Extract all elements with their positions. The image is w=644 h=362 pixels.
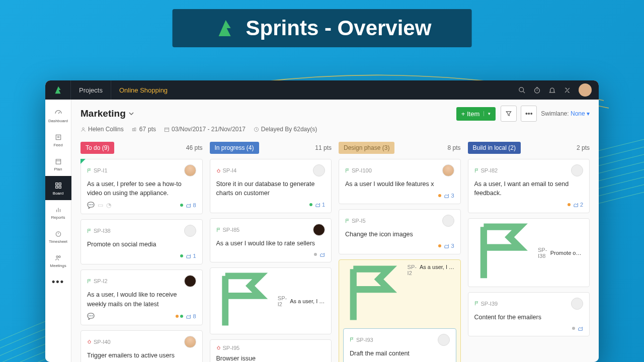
assignee-avatar[interactable]: [442, 164, 454, 176]
column-points: 46 pts: [186, 144, 203, 151]
svg-rect-9: [56, 159, 60, 163]
nav-meetings[interactable]: Meetings: [45, 248, 71, 273]
points-icon: [132, 127, 137, 132]
svg-point-20: [56, 255, 58, 257]
svg-point-0: [519, 87, 523, 92]
page-banner: Sprints - Overview: [173, 9, 472, 47]
svg-point-28: [88, 341, 91, 343]
board-icon: [54, 181, 63, 190]
nav-feed[interactable]: Feed: [45, 128, 71, 152]
add-item-button[interactable]: + Item▾: [456, 107, 496, 121]
kanban-card[interactable]: SP-I4 Store it in our database to genera…: [210, 159, 332, 213]
column-header[interactable]: In progress (4): [210, 142, 259, 154]
add-item-dropdown[interactable]: ▾: [484, 111, 491, 116]
search-icon[interactable]: [514, 82, 529, 98]
sprint-selector[interactable]: Marketing: [80, 108, 134, 119]
card-id: SP-I39: [474, 301, 498, 307]
reports-icon: [54, 205, 63, 214]
svg-rect-13: [55, 186, 57, 188]
card-title: Promote on social media: [87, 240, 196, 249]
assignee-avatar[interactable]: [571, 164, 583, 176]
card-points: 2: [574, 202, 583, 208]
card-points: 1: [186, 253, 196, 259]
kanban-card[interactable]: SP-I95 Browser issue5: [210, 339, 332, 362]
assignee-avatar[interactable]: [184, 275, 196, 287]
kanban-card[interactable]: SP-I40 Trigger emailers to active users: [80, 330, 203, 362]
svg-point-32: [217, 169, 219, 172]
assignee-avatar[interactable]: [184, 164, 196, 176]
feed-icon: [54, 133, 63, 142]
kanban-card[interactable]: SP-I82 As a user, I want an email to sen…: [468, 159, 590, 213]
kanban-card[interactable]: SP-I39 Content for the emailers: [468, 292, 590, 336]
assignee-avatar[interactable]: [313, 164, 325, 176]
task-icon: ▭: [98, 202, 103, 209]
app-logo-icon: [52, 84, 63, 96]
column-header[interactable]: Design phase (3): [339, 142, 394, 154]
assignee-avatar[interactable]: [438, 334, 450, 346]
kanban-card[interactable]: SP-I100 As a user I would like features …: [339, 159, 461, 204]
card-id: SP-I93: [350, 337, 373, 343]
nav-reports[interactable]: Reports: [45, 200, 71, 224]
breadcrumb-project[interactable]: Online Shopping: [111, 80, 176, 100]
user-icon: [80, 127, 86, 132]
clock-icon: [254, 127, 259, 132]
more-options-button[interactable]: •••: [521, 106, 537, 122]
card-title: As a user, I prefer to see a how-to vide…: [87, 179, 196, 198]
assignee-avatar[interactable]: [442, 215, 454, 227]
svg-rect-12: [59, 183, 61, 185]
assignee-avatar[interactable]: [184, 225, 196, 237]
card-id: SP-I100: [345, 167, 372, 173]
card-title: Content for the emailers: [474, 313, 584, 322]
nav-board[interactable]: Board: [45, 176, 71, 200]
card-title: Change the icon images: [345, 230, 454, 239]
card-id: SP-I85: [216, 227, 240, 233]
timer-icon[interactable]: [529, 82, 544, 98]
time-icon: ◔: [106, 202, 111, 209]
card-id: SP-I82: [474, 167, 498, 173]
story-group[interactable]: SP-I2As a user, I would like to r... SP-…: [339, 259, 461, 362]
card-id: SP-I40: [87, 339, 111, 345]
column-points: 2 pts: [577, 144, 590, 151]
board-column: Build in local (2)2 pts SP-I82 As a user…: [468, 142, 590, 362]
card-title: As a user, I would like to receive weekl…: [87, 290, 196, 308]
board-column: In progress (4)11 pts SP-I4 Store it in …: [210, 142, 332, 362]
card-id: SP-I4: [216, 167, 237, 173]
card-points: 8: [186, 313, 196, 319]
user-avatar[interactable]: [579, 83, 592, 97]
card-title: Trigger emailers to active users: [87, 351, 196, 360]
kanban-card[interactable]: SP-I5 Change the icon images3: [339, 209, 461, 254]
kanban-card[interactable]: SP-I38 Promote on social media1: [80, 219, 203, 264]
card-title: As a user I would like features x: [345, 179, 454, 189]
svg-rect-23: [132, 128, 134, 131]
kanban-card[interactable]: SP-I93 Draft the mail content☟2: [343, 328, 456, 362]
nav-plan[interactable]: Plan: [45, 152, 71, 176]
card-title: As a user, I want an email to send feedb…: [474, 179, 584, 198]
nav-more[interactable]: •••: [52, 277, 64, 287]
assignee-avatar[interactable]: [571, 298, 583, 310]
kanban-card[interactable]: SP-I1 As a user, I prefer to see a how-t…: [80, 159, 203, 214]
board-column: Design phase (3)8 pts SP-I100 As a user …: [339, 142, 461, 362]
column-header[interactable]: Build in local (2): [468, 142, 521, 154]
kanban-card[interactable]: SP-I85 As a user I would like to rate se…: [210, 218, 332, 262]
column-points: 11 pts: [315, 144, 332, 151]
swimlane-selector[interactable]: Swimlane: None ▾: [541, 110, 590, 117]
notifications-icon[interactable]: [544, 82, 559, 98]
story-header[interactable]: SP-I38Promote on social media: [468, 218, 590, 287]
nav-projects[interactable]: Projects: [70, 80, 111, 100]
assignee-avatar[interactable]: [313, 224, 325, 236]
filter-button[interactable]: [501, 106, 517, 122]
story-header[interactable]: SP-I2As a user, I would like to r...: [210, 267, 332, 334]
nav-timesheet[interactable]: Timesheet: [45, 224, 71, 248]
card-id: SP-I95: [216, 345, 240, 351]
settings-icon[interactable]: [559, 82, 575, 98]
card-title: Browser issue: [216, 354, 326, 362]
nav-dashboard[interactable]: Dashboard: [45, 104, 71, 128]
assignee-avatar[interactable]: [184, 336, 196, 348]
kanban-card[interactable]: SP-I2 As a user, I would like to receive…: [80, 269, 203, 325]
column-header[interactable]: To do (9): [80, 142, 114, 154]
sprint-owner: Helen Collins: [80, 126, 124, 133]
gauge-icon: [54, 109, 63, 118]
card-points: 1: [315, 202, 325, 208]
app-window: Projects Online Shopping Dashboard Feed …: [45, 80, 599, 362]
sprint-points: 67 pts: [132, 126, 156, 133]
